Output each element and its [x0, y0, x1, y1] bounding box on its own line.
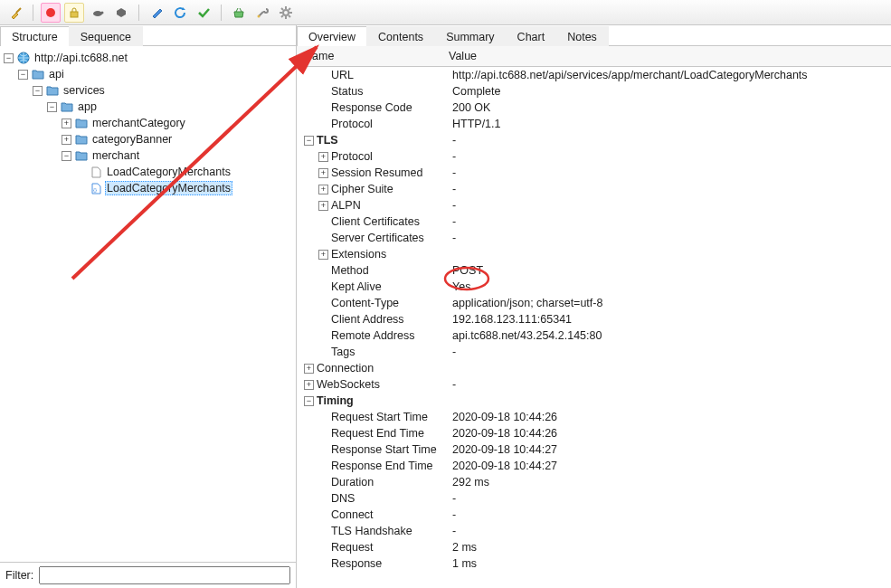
folder-icon: [31, 67, 45, 81]
overview-row[interactable]: +Protocol-: [304, 150, 891, 166]
folder-icon: [74, 116, 89, 130]
expand-toggle[interactable]: +: [318, 185, 328, 194]
overview-grid-body[interactable]: URLhttp://api.tc688.net/api/services/app…: [297, 67, 891, 588]
overview-row[interactable]: Kept AliveYes: [304, 280, 891, 297]
turtle-icon[interactable]: [88, 3, 108, 23]
overview-row[interactable]: Client Certificates-: [304, 215, 891, 232]
collapse-toggle[interactable]: −: [33, 86, 43, 96]
property-name: Remote Address: [331, 329, 414, 342]
property-name: Timing: [317, 394, 354, 407]
tree-request[interactable]: LoadCategoryMerchants: [2, 164, 296, 180]
collapse-toggle[interactable]: −: [47, 102, 57, 112]
svg-line-13: [281, 8, 283, 10]
overview-row[interactable]: StatusComplete: [304, 85, 891, 101]
property-value: POST: [449, 264, 483, 277]
tools-icon[interactable]: [252, 3, 272, 23]
lock-icon[interactable]: [64, 3, 84, 23]
tab-contents[interactable]: Contents: [366, 26, 435, 46]
tab-structure[interactable]: Structure: [0, 26, 70, 46]
json-file-icon: {}: [89, 181, 103, 195]
overview-row[interactable]: −Timing: [304, 394, 891, 411]
expand-toggle[interactable]: +: [318, 152, 328, 162]
tree-folder[interactable]: + merchantCategory: [2, 115, 296, 131]
expand-toggle[interactable]: +: [304, 380, 314, 390]
overview-row[interactable]: Response End Time2020-09-18 10:44:27: [304, 460, 891, 476]
property-name: Client Address: [331, 313, 404, 326]
collapse-toggle[interactable]: −: [18, 70, 28, 80]
overview-row[interactable]: MethodPOST: [304, 264, 891, 280]
svg-line-14: [289, 15, 290, 17]
tree-folder[interactable]: + categoryBanner: [2, 131, 296, 147]
property-value: 200 OK: [449, 101, 490, 114]
refresh-icon[interactable]: [170, 3, 190, 23]
expand-toggle[interactable]: +: [62, 119, 71, 128]
overview-row[interactable]: URLhttp://api.tc688.net/api/services/app…: [304, 69, 891, 85]
overview-row[interactable]: Request End Time2020-09-18 10:44:26: [304, 427, 891, 443]
collapse-toggle[interactable]: −: [4, 53, 14, 63]
overview-row[interactable]: Client Address192.168.123.111:65341: [304, 313, 891, 329]
overview-row[interactable]: +WebSockets-: [304, 378, 891, 394]
property-name: DNS: [331, 492, 355, 505]
overview-row[interactable]: Duration292 ms: [304, 476, 891, 492]
broom-icon[interactable]: [5, 3, 25, 23]
overview-row[interactable]: +ALPN-: [304, 199, 891, 215]
folder-icon: [74, 132, 89, 147]
overview-row[interactable]: Remote Addressapi.tc688.net/43.254.2.145…: [304, 329, 891, 346]
session-tree[interactable]: − http://api.tc688.net − api − services …: [0, 46, 296, 562]
left-tabs: Structure Sequence: [0, 25, 296, 46]
overview-row[interactable]: Tags-: [304, 346, 891, 362]
tree-host[interactable]: − http://api.tc688.net: [2, 50, 296, 66]
pen-icon[interactable]: [147, 3, 166, 23]
svg-point-4: [101, 11, 104, 14]
expand-toggle[interactable]: +: [318, 250, 328, 260]
overview-row[interactable]: DNS-: [304, 492, 891, 508]
overview-row[interactable]: +Session Resumed-: [304, 166, 891, 183]
tab-sequence[interactable]: Sequence: [69, 26, 143, 46]
tree-folder[interactable]: − merchant: [2, 147, 296, 164]
expand-toggle[interactable]: +: [318, 168, 328, 178]
tab-chart[interactable]: Chart: [506, 26, 557, 46]
settings-icon[interactable]: [276, 3, 296, 23]
collapse-toggle[interactable]: −: [304, 396, 314, 406]
overview-row[interactable]: Connect-: [304, 508, 891, 525]
property-name: Session Resumed: [331, 166, 422, 179]
tree-request-selected[interactable]: {} LoadCategoryMerchants: [2, 180, 296, 196]
folder-icon: [45, 83, 60, 98]
check-icon[interactable]: [194, 3, 213, 23]
expand-toggle[interactable]: +: [62, 135, 71, 145]
overview-row[interactable]: Server Certificates-: [304, 232, 891, 248]
overview-row[interactable]: +Extensions: [304, 248, 891, 264]
tab-notes[interactable]: Notes: [555, 26, 609, 46]
tab-overview[interactable]: Overview: [297, 26, 367, 46]
collapse-toggle[interactable]: −: [304, 136, 314, 146]
property-name: Connection: [317, 362, 374, 375]
overview-row[interactable]: ProtocolHTTP/1.1: [304, 118, 891, 134]
property-name: URL: [331, 69, 354, 81]
property-value: Yes: [449, 280, 470, 293]
property-value: -: [449, 134, 456, 147]
tab-summary[interactable]: Summary: [434, 26, 506, 46]
record-icon[interactable]: [41, 3, 61, 23]
expand-toggle[interactable]: +: [304, 364, 314, 374]
col-name-header: Name: [297, 46, 441, 66]
overview-row[interactable]: Response1 ms: [304, 557, 891, 574]
property-name: Protocol: [331, 118, 373, 130]
overview-row[interactable]: Response Code200 OK: [304, 101, 891, 118]
overview-row[interactable]: Content-Typeapplication/json; charset=ut…: [304, 297, 891, 313]
overview-row[interactable]: Request Start Time2020-09-18 10:44:26: [304, 411, 891, 427]
tree-folder[interactable]: − app: [2, 99, 296, 115]
basket-icon[interactable]: [229, 3, 249, 23]
overview-row[interactable]: TLS Handshake-: [304, 525, 891, 541]
collapse-toggle[interactable]: −: [62, 151, 71, 161]
overview-row[interactable]: −TLS-: [304, 134, 891, 150]
expand-toggle[interactable]: +: [318, 201, 328, 211]
overview-row[interactable]: +Connection: [304, 362, 891, 378]
overview-row[interactable]: Request2 ms: [304, 541, 891, 557]
tree-folder[interactable]: − services: [2, 82, 296, 99]
breakpoint-icon[interactable]: [111, 3, 131, 23]
property-value: 1 ms: [449, 557, 477, 570]
tree-folder[interactable]: − api: [2, 66, 296, 82]
overview-row[interactable]: Response Start Time2020-09-18 10:44:27: [304, 443, 891, 460]
filter-input[interactable]: [39, 566, 290, 584]
overview-row[interactable]: +Cipher Suite-: [304, 183, 891, 199]
